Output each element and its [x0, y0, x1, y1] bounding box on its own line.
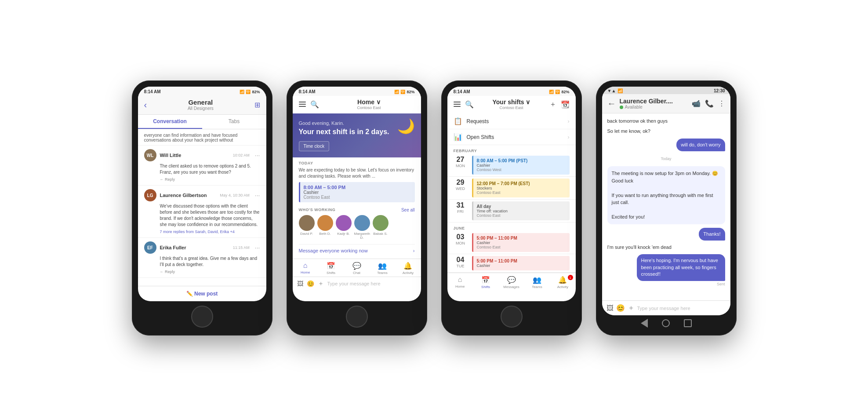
status-icons-2: 📶 🛜 82%	[394, 90, 414, 94]
home-button-2[interactable]	[346, 306, 368, 328]
p3-sub-title: Contoso East	[478, 106, 545, 110]
message-item-3: EF Erika Fuller 11:15 AM ··· I think tha…	[138, 238, 266, 278]
day-name-27: MON	[454, 164, 468, 168]
nav-teams-2[interactable]: 👥 Teams	[370, 261, 395, 276]
reply-link-3[interactable]: ← Reply	[144, 270, 260, 274]
home-button-1[interactable]	[191, 306, 213, 328]
back-arrow-4[interactable]: ←	[607, 99, 616, 109]
chat-msg-2: So let me know, ok?	[607, 128, 650, 135]
home-button-3[interactable]	[501, 306, 523, 328]
nav-activity-label-3: Activity	[557, 285, 568, 289]
calendar-icon-3[interactable]: 📆	[561, 100, 570, 109]
message-input-2[interactable]: Type your message here	[327, 281, 417, 286]
p1-content: everyone can find information and have f…	[138, 129, 266, 286]
day-num-04: 04	[454, 256, 468, 264]
teams-nav-icon-2: 👥	[378, 262, 387, 270]
msg-time-3: 11:15 AM	[233, 245, 250, 250]
nav-home-3[interactable]: ⌂ Home	[447, 275, 473, 290]
whos-working-label: WHO'S WORKING	[299, 208, 336, 212]
avatar-person-1: David P.	[299, 215, 315, 240]
shift-card-27[interactable]: 8:00 AM – 5:00 PM (PST) Cashier Contoso …	[472, 156, 570, 175]
search-icon-2[interactable]: 🔍	[310, 100, 319, 109]
video-icon-4[interactable]: 📹	[692, 99, 701, 108]
phone-4-screen: ▼▲ 📶 12:30 ← Laurence Gilber.... Availab…	[602, 87, 730, 315]
shift-card-04[interactable]: 5:00 PM – 11:00 PM Cashier	[472, 256, 570, 270]
message-everyone-link[interactable]: Message everyone working now ›	[299, 244, 415, 257]
nav-home-2[interactable]: ⌂ Home	[293, 261, 318, 276]
add-icon-2[interactable]: ＋	[318, 280, 324, 288]
nav-activity-3[interactable]: 🔔 1 Activity	[550, 275, 575, 290]
requests-row[interactable]: 📋 Requests ›	[447, 113, 576, 129]
signal-icon-2: 📶	[394, 90, 399, 94]
phone-4: ▼▲ 📶 12:30 ← Laurence Gilber.... Availab…	[596, 80, 737, 336]
emoji-icon-4[interactable]: 😊	[616, 304, 625, 312]
image-icon-2[interactable]: 🖼	[297, 280, 303, 287]
time-clock-button[interactable]: Time clock	[299, 141, 329, 151]
chevron-right-icon-2: ›	[413, 248, 415, 253]
phones-container: 8:14 AM 📶 🛜 82% ‹ General All Designers …	[114, 63, 754, 353]
nav-shifts-2[interactable]: 📅 Shifts	[318, 261, 344, 276]
shift-role-29: Stockers	[477, 186, 566, 190]
android-back-btn[interactable]	[641, 319, 648, 328]
nav-shifts-3[interactable]: 📅 Shifts	[473, 275, 498, 290]
add-icon-3[interactable]: ＋	[549, 100, 556, 109]
chat-date-divider: Today	[607, 157, 725, 161]
avatar-erika: EF	[144, 241, 156, 254]
open-shifts-chevron: ›	[568, 134, 570, 140]
nav-chat-2[interactable]: 💬 Chat	[344, 261, 369, 276]
home-nav-icon-3: ⌂	[458, 276, 462, 284]
p4-title-area: Laurence Gilber.... Available	[620, 98, 688, 109]
shifts-nav-icon-3: 📅	[481, 276, 490, 284]
nav-messages-3[interactable]: 💬 Messages	[498, 275, 524, 290]
shift-time-31: All day	[477, 204, 566, 209]
nav-activity-2[interactable]: 🔔 Activity	[395, 261, 421, 276]
msg-body-1: The client asked us to remove options 2 …	[144, 163, 260, 175]
hero-banner: Good evening, Karin. Your next shift is …	[293, 113, 421, 157]
search-icon-3[interactable]: 🔍	[465, 100, 474, 109]
msg-options-1[interactable]: ···	[255, 152, 260, 159]
open-shifts-row[interactable]: 📊 Open Shifts ›	[447, 129, 576, 145]
see-all-link[interactable]: See all	[401, 208, 415, 212]
february-label: FEBRUARY	[447, 145, 576, 154]
msg-options-2[interactable]: ···	[255, 192, 260, 199]
more-icon-4[interactable]: ⋮	[718, 99, 725, 108]
hamburger-menu-3[interactable]	[454, 102, 461, 107]
image-icon-4[interactable]: 🖼	[607, 304, 614, 312]
phone-2: 8:14 AM 📶 🛜 82% 🔍 Home ∨ Contoso East	[287, 80, 427, 336]
reply-link-1[interactable]: ← Reply	[144, 177, 260, 182]
android-recents-btn[interactable]	[684, 319, 692, 327]
shift-loc-03: Contoso East	[477, 245, 566, 249]
shift-card-03[interactable]: 5:00 PM – 11:00 PM Cashier Contoso East	[472, 233, 570, 252]
emoji-icon-2[interactable]: 😊	[307, 280, 314, 287]
wifi-icon-1: 🛜	[246, 90, 251, 94]
phone-3: 8:14 AM 📶 🛜 82% 🔍 Your shifts ∨ Contoso …	[441, 80, 582, 336]
tab-conversation[interactable]: Conversation	[138, 115, 202, 129]
shift-card-31[interactable]: All day Time off: vacation Contoso East	[472, 201, 570, 220]
add-icon-4[interactable]: ＋	[628, 303, 635, 313]
nav-teams-3[interactable]: 👥 Teams	[524, 275, 550, 290]
tab-tabs[interactable]: Tabs	[202, 115, 266, 129]
msg-body-2: We've discussed those options with the c…	[144, 203, 260, 228]
call-icon-4[interactable]: 📞	[705, 99, 714, 108]
requests-chevron: ›	[568, 118, 570, 124]
requests-icon: 📋	[454, 117, 462, 125]
p2-header: 🔍 Home ∨ Contoso East	[293, 96, 421, 113]
day-name-04: TUE	[454, 264, 468, 268]
back-button-1[interactable]: ‹	[144, 100, 147, 110]
msg-options-3[interactable]: ···	[255, 244, 260, 251]
today-label: TODAY	[293, 157, 421, 167]
day-name-31: FRI	[454, 209, 468, 214]
hamburger-menu-2[interactable]	[299, 102, 306, 107]
replies-count-2[interactable]: 7 more replies from Sarah, David, Erika …	[144, 230, 260, 234]
shift-date-29: 29 WED	[454, 179, 468, 197]
avatar-laurence-1: LG	[144, 189, 156, 201]
nav-shifts-label-2: Shifts	[327, 271, 335, 275]
status-bar-4: ▼▲ 📶 12:30	[602, 87, 730, 94]
shift-card-29[interactable]: 12:00 PM – 7:00 PM (EST) Stockers Contos…	[472, 179, 570, 197]
nav-teams-label-2: Teams	[377, 271, 388, 275]
edit-icon-1[interactable]: ⊞	[254, 101, 260, 109]
message-input-4[interactable]: Type your message here	[637, 306, 726, 311]
today-text: We are expecting today to be slow. Let's…	[293, 167, 421, 182]
android-home-btn[interactable]	[662, 319, 670, 327]
new-post-button[interactable]: ✏️ New post	[186, 291, 218, 297]
